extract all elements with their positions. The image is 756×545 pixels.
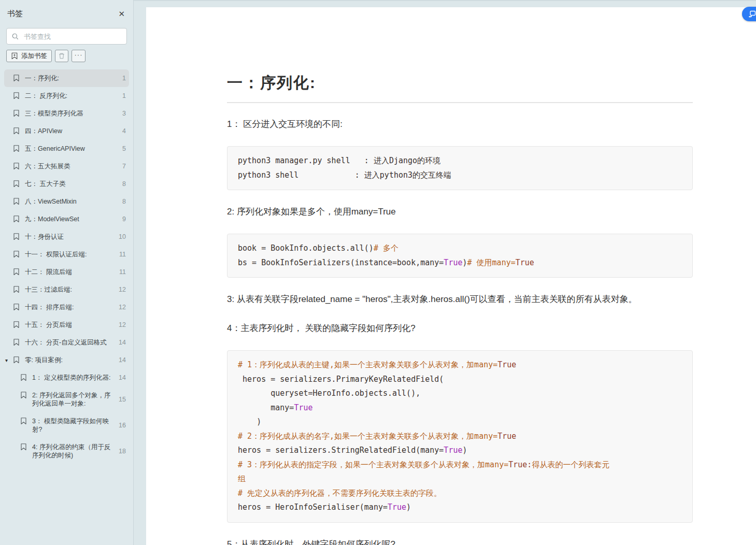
code-line: ) — [238, 415, 682, 429]
bookmark-page-number: 3 — [122, 109, 126, 118]
bookmark-icon — [12, 74, 20, 82]
bookmark-page-number: 14 — [119, 374, 126, 382]
bookmark-item[interactable]: 三：模型类序列化器3 — [4, 105, 129, 122]
delete-bookmark-button[interactable] — [55, 50, 68, 62]
bookmark-page-number: 14 — [119, 356, 126, 364]
more-options-button[interactable]: ··· — [72, 50, 85, 62]
bookmark-icon — [12, 127, 20, 135]
app-window: 书签 ✕ 添加书签 — [0, 0, 756, 545]
code-line: python3 manager.py shell : 进入Django的环境 — [238, 154, 682, 168]
bookmark-page-number: 12 — [119, 321, 126, 329]
bookmark-icon — [20, 417, 27, 425]
bookmark-item[interactable]: 一：序列化:1 — [4, 69, 129, 87]
bookmark-page-number: 5 — [122, 145, 126, 153]
bookmark-label: 十二： 限流后端 — [25, 268, 112, 276]
bookmark-icon — [12, 233, 20, 240]
expand-caret-icon[interactable]: ▾ — [5, 356, 8, 365]
paragraph: 5：从表序列化时，外键字段如何序列化呢? — [227, 537, 693, 545]
close-icon[interactable]: ✕ — [118, 10, 125, 18]
bookmark-page-number: 12 — [119, 303, 126, 311]
bookmark-item[interactable]: 十四： 排序后端:12 — [4, 298, 129, 316]
bookmark-label: 十四： 排序后端: — [25, 303, 112, 311]
bookmark-item[interactable]: 十一： 权限认证后端:11 — [4, 246, 129, 263]
bookmark-item[interactable]: 1： 定义模型类的序列化器:14 — [4, 369, 129, 386]
bookmark-page-number: 15 — [119, 395, 126, 404]
add-bookmark-label: 添加书签 — [21, 52, 47, 61]
bookmark-page-number: 1 — [122, 74, 126, 82]
bookmark-item[interactable]: ▾零: 项目案例:14 — [4, 351, 129, 369]
bookmark-icon — [12, 250, 20, 258]
code-line: heros = serializers.StringRelatedField(m… — [238, 443, 682, 458]
bookmark-item[interactable]: 七： 五大子类8 — [4, 175, 129, 193]
bookmark-item[interactable]: 十二： 限流后端11 — [4, 263, 129, 281]
bookmark-label: 3： 模型类隐藏字段如何映射? — [32, 417, 112, 434]
bookmark-label: 十五： 分页后端 — [25, 321, 112, 329]
bookmark-item[interactable]: 2: 序列化返回多个对象，序列化返回单一对象:15 — [4, 386, 129, 412]
bookmark-item[interactable]: 四：APIView4 — [4, 122, 129, 140]
bookmark-icon — [12, 215, 20, 223]
add-bookmark-button[interactable]: 添加书签 — [6, 50, 52, 62]
code-block: book = BookInfo.objects.all()# 多个bs = Bo… — [227, 234, 693, 278]
search-icon — [11, 33, 19, 40]
bookmark-page-number: 10 — [119, 233, 126, 241]
bookmark-item[interactable]: 八：ViewSetMixin8 — [4, 193, 129, 210]
code-line: # 1：序列化成从表的主键,如果一个主表对象关联多个从表对象，加many=Tru… — [238, 358, 682, 372]
bookmark-icon — [12, 303, 20, 311]
bookmark-page-number: 1 — [122, 92, 126, 100]
bookmarks-sidebar: 书签 ✕ 添加书签 — [0, 0, 134, 545]
document-page: 一：序列化: 1： 区分进入交互环境的不同:python3 manager.py… — [146, 7, 756, 545]
sidebar-toolbar: 添加书签 ··· — [6, 50, 127, 62]
bookmark-page-number: 16 — [119, 421, 126, 429]
bookmark-item[interactable]: 4: 序列化器的约束（用于反序列化的时候)18 — [4, 438, 129, 464]
trash-icon — [58, 52, 65, 60]
bookmark-page-number: 7 — [122, 162, 126, 170]
paragraph: 1： 区分进入交互环境的不同: — [227, 117, 693, 132]
bookmark-item[interactable]: 十三：过滤后端:12 — [4, 281, 129, 298]
bookmark-label: 九：ModelViewSet — [25, 215, 116, 223]
code-line: many=True — [238, 401, 682, 415]
bookmark-item[interactable]: 二： 反序列化:1 — [4, 87, 129, 105]
sidebar-header: 书签 ✕ — [0, 0, 133, 25]
bookmark-label: 一：序列化: — [25, 74, 116, 82]
bookmark-search-box[interactable] — [6, 28, 127, 45]
bookmark-page-number: 8 — [122, 197, 126, 206]
bookmark-item[interactable]: 十六： 分页-自定义返回格式14 — [4, 334, 129, 351]
bookmark-page-number: 4 — [122, 127, 126, 135]
convert-button[interactable]: 转 — [742, 7, 756, 21]
bookmark-item[interactable]: 十五： 分页后端12 — [4, 316, 129, 334]
bookmark-item[interactable]: 九：ModelViewSet9 — [4, 210, 129, 228]
bookmark-item[interactable]: 五：GenericAPIView5 — [4, 140, 129, 157]
bookmark-icon — [12, 109, 20, 117]
bookmark-icon — [20, 443, 27, 451]
bookmark-page-number: 9 — [122, 215, 126, 223]
convert-icon — [748, 10, 756, 18]
bookmark-label: 十六： 分页-自定义返回格式 — [25, 338, 112, 347]
code-line: book = BookInfo.objects.all()# 多个 — [238, 241, 682, 256]
bookmark-item[interactable]: 十：身份认证10 — [4, 228, 129, 246]
bookmark-plus-icon — [11, 52, 18, 60]
bookmark-label: 三：模型类序列化器 — [25, 109, 116, 118]
code-line: # 2：序列化成从表的名字,如果一个主表对象关联多个从表对象，加many=Tru… — [238, 429, 682, 444]
bookmark-icon — [12, 180, 20, 188]
sidebar-title: 书签 — [7, 9, 23, 19]
bookmark-item[interactable]: 六：五大拓展类7 — [4, 157, 129, 175]
code-line: bs = BookInfoSerializers(instance=book,m… — [238, 256, 682, 270]
bookmark-label: 零: 项目案例: — [25, 356, 112, 364]
bookmark-label: 十：身份认证 — [25, 233, 112, 241]
bookmark-icon — [12, 268, 20, 276]
bookmark-label: 五：GenericAPIView — [25, 145, 116, 153]
bookmark-label: 2: 序列化返回多个对象，序列化返回单一对象: — [32, 391, 112, 408]
code-block: python3 manager.py shell : 进入Django的环境py… — [227, 146, 693, 190]
paragraph: 4：主表序列化时， 关联的隐藏字段如何序列化? — [227, 321, 693, 336]
code-line: # 3：序列化从表的指定字段，如果一个主表对象关联多个从表对象，加many=Tr… — [238, 458, 682, 472]
bookmark-icon — [12, 145, 20, 152]
bookmark-item[interactable]: 3： 模型类隐藏字段如何映射?16 — [4, 412, 129, 438]
code-line: queryset=HeroInfo.objects.all(), — [238, 386, 682, 401]
paragraph: 2: 序列化对象如果是多个，使用many=True — [227, 204, 693, 220]
code-line: heros = serializers.PrimaryKeyRelatedFie… — [238, 372, 682, 387]
search-input[interactable] — [23, 32, 122, 41]
bookmark-list: 一：序列化:1二： 反序列化:1三：模型类序列化器3四：APIView4五：Ge… — [0, 69, 133, 545]
title-divider — [227, 102, 693, 103]
document-viewer: 一：序列化: 1： 区分进入交互环境的不同:python3 manager.py… — [134, 0, 756, 545]
bookmark-icon — [12, 356, 20, 364]
